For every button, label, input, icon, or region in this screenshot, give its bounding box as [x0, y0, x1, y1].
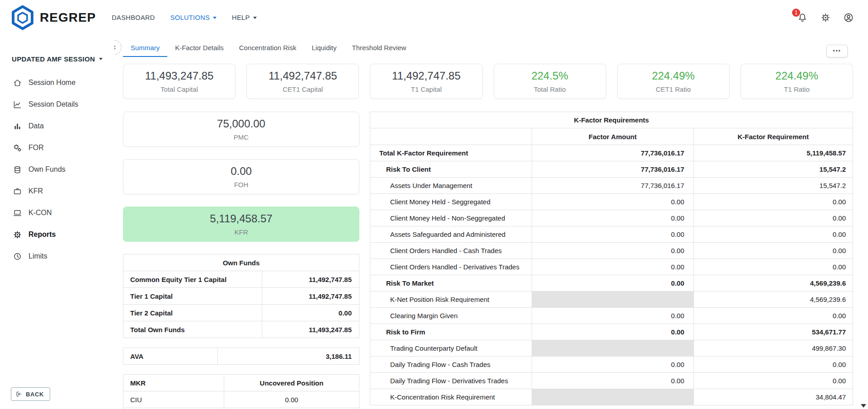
sidebar-item-label: Reports	[28, 230, 56, 239]
metric-label: Total Ratio	[534, 85, 566, 93]
main-content: Summary K-Factor Details Concentration R…	[114, 35, 868, 409]
chevron-left-icon	[114, 43, 119, 52]
table-row: Tier 2 Capital 0.00	[123, 305, 359, 321]
more-options-button[interactable]: •••	[826, 45, 848, 57]
factor-amount-value	[532, 291, 693, 308]
app-root: REGREP DASHBOARD SOLUTIONS HELP 1	[0, 0, 868, 409]
k-factor-requirement-value: 15,547.2	[693, 178, 853, 194]
row-label: Client Orders Handled - Cash Trades	[370, 243, 532, 259]
row-label: Total K-Factor Requirement	[370, 145, 532, 161]
sidebar-item-for[interactable]: FOR	[0, 137, 114, 159]
sidebar-item-own-funds[interactable]: Own Funds	[0, 159, 114, 180]
tab[interactable]: Summary	[123, 39, 167, 57]
sidebar-item-limits[interactable]: Limits	[0, 245, 114, 267]
scroll-down-arrow-icon[interactable]	[861, 404, 866, 408]
sidebar-item-kfr[interactable]: KFR	[0, 180, 114, 202]
menu-item-help[interactable]: HELP	[232, 14, 256, 21]
content-columns: 75,000.00 PMC 0.00 FOH 5,119,458.57 KFR	[123, 112, 853, 409]
row-value: 0.00	[262, 305, 359, 321]
k-factor-requirement-value: 499,867.30	[693, 340, 853, 357]
metric-label: CET1 Ratio	[656, 85, 691, 93]
factor-amount-value: 0.00	[532, 243, 693, 259]
back-button[interactable]: BACK	[11, 387, 50, 401]
sidebar-item-k-con[interactable]: K-CON	[0, 202, 114, 224]
account-icon	[843, 12, 854, 23]
table-row: CIU 0.00	[123, 391, 359, 408]
tab[interactable]: Threshold Review	[344, 39, 414, 57]
table-row: Common Equity Tier 1 Capital 11,492,747.…	[123, 271, 359, 288]
notifications-button[interactable]: 1	[797, 12, 808, 24]
metric-label: T1 Ratio	[784, 85, 810, 93]
summary-card: 0.00 FOH	[123, 159, 359, 194]
factor-amount-value: 77,736,016.17	[532, 178, 693, 194]
k-factor-row: Trading Counterparty Default 499,867.30	[370, 340, 853, 357]
settings-button[interactable]	[820, 12, 831, 24]
sidebar-item-session-details[interactable]: Session Details	[0, 94, 114, 115]
menu-item-solutions[interactable]: SOLUTIONS	[170, 14, 217, 21]
row-label: Tier 1 Capital	[123, 288, 262, 305]
summary-card-label: FOH	[234, 181, 249, 188]
k-factor-row: Risk to Firm 0.00 534,671.77	[370, 324, 853, 340]
tab[interactable]: Liquidity	[304, 39, 344, 57]
k-factor-requirement-value: 0.00	[693, 308, 853, 324]
column-header-mkr: MKR	[123, 375, 224, 391]
sidebar-collapse-button[interactable]	[114, 40, 122, 55]
navbar-actions: 1	[797, 12, 854, 24]
k-factor-requirement-value: 0.00	[693, 259, 853, 275]
app-logo[interactable]: REGREP	[10, 5, 96, 30]
column-header-empty	[370, 128, 532, 145]
k-factor-row: K-Concentration Risk Requirement 34,804.…	[370, 389, 853, 405]
k-factor-requirement-value: 0.00	[693, 373, 853, 389]
summary-card: 5,119,458.57 KFR	[123, 207, 359, 242]
factor-amount-value: 0.00	[532, 194, 693, 210]
table-row: AVA 3,186.11	[123, 348, 359, 365]
gear-icon	[820, 12, 831, 23]
chevron-down-icon	[99, 58, 103, 60]
gear-icon	[13, 230, 22, 240]
row-label: Risk To Client	[370, 161, 532, 178]
left-column: 75,000.00 PMC 0.00 FOH 5,119,458.57 KFR	[123, 112, 359, 409]
table-title-row: K-Factor Requirements	[370, 112, 853, 128]
row-label: Tier 2 Capital	[123, 305, 262, 321]
row-label: Assets Safeguarded and Administered	[370, 226, 532, 243]
metric-value: 224.49%	[652, 70, 695, 82]
menu-label: HELP	[232, 14, 250, 21]
row-label: Daily Trading Flow - Derivatives Trades	[370, 373, 532, 389]
k-factor-row: Total K-Factor Requirement 77,736,016.17…	[370, 145, 853, 161]
briefcase-icon	[13, 187, 22, 196]
tab[interactable]: K-Factor Details	[167, 39, 231, 57]
k-factor-row: Client Money Held - Seggregated 0.00 0.0…	[370, 194, 853, 210]
sidebar-nav: Session Home Session Details Data	[0, 72, 114, 267]
metric-value: 11,493,247.85	[145, 70, 214, 82]
menu-item-dashboard[interactable]: DASHBOARD	[112, 14, 155, 21]
sidebar-item-label: Session Home	[28, 79, 75, 87]
k-factor-requirement-value: 0.00	[693, 357, 853, 373]
summary-card-label: PMC	[234, 133, 249, 141]
metric-card: 224.49% T1 Ratio	[741, 64, 853, 99]
sidebar-item-label: Data	[28, 122, 44, 130]
k-factor-row: Assets Under Management 77,736,016.17 15…	[370, 178, 853, 194]
row-value: 0.00	[224, 391, 359, 408]
factor-amount-value: 77,736,016.17	[532, 161, 693, 178]
tab[interactable]: Concentration Risk	[231, 39, 304, 57]
factor-amount-value: 0.00	[532, 226, 693, 243]
column-header-factor-amount: Factor Amount	[532, 128, 693, 145]
session-selector[interactable]: UPDATED AMF SESSION	[12, 55, 114, 63]
k-factor-requirement-value: 5,119,458.57	[693, 145, 853, 161]
summary-card: 75,000.00 PMC	[123, 112, 359, 147]
k-factor-table: K-Factor Requirements Factor Amount K-Fa…	[370, 112, 853, 405]
own-funds-table: Own Funds Common Equity Tier 1 Capital 1…	[123, 254, 359, 338]
account-button[interactable]	[843, 12, 854, 24]
row-label: Risk to Firm	[370, 324, 532, 340]
k-factor-row: Client Money Held - Non-Seggregated 0.00…	[370, 210, 853, 226]
back-icon	[15, 390, 23, 398]
row-label: Common Equity Tier 1 Capital	[123, 271, 262, 288]
sidebar-item-data[interactable]: Data	[0, 115, 114, 137]
sidebar-item-reports[interactable]: Reports	[0, 224, 114, 245]
k-factor-requirement-value: 0.00	[693, 226, 853, 243]
row-label: K-Net Position Risk Requirement	[370, 291, 532, 308]
k-factor-row: Clearing Margin Given 0.00 0.00	[370, 308, 853, 324]
sidebar-item-session-home[interactable]: Session Home	[0, 72, 114, 94]
summary-card-value: 75,000.00	[217, 118, 265, 130]
metric-card: 224.49% CET1 Ratio	[617, 64, 730, 99]
